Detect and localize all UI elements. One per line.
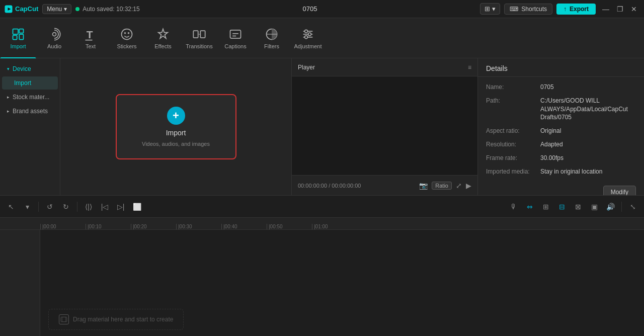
toolbar-transitions-label: Transitions [186, 43, 212, 49]
keyboard-icon: ⌨ [510, 6, 518, 13]
import-area-wrap: + Import Videos, audios, and images [60, 58, 291, 195]
resolution-value: Adapted [540, 140, 636, 149]
sidebar-item-brand[interactable]: ▸ Brand assets [2, 105, 58, 118]
modify-button[interactable]: Modify [603, 186, 636, 195]
svg-point-24 [305, 30, 308, 33]
ruler-mark-5: |00:50 [267, 224, 312, 229]
svg-marker-12 [158, 29, 168, 38]
right-panel: Details Name: 0705 Path: C:/Users/GOOD W… [478, 58, 644, 195]
trim-right-button[interactable]: ▷| [114, 200, 128, 214]
path-label: Path: [486, 97, 536, 104]
layout-icon: ⊞ [485, 5, 490, 13]
import-label: Import [166, 129, 186, 137]
svg-rect-27 [61, 317, 67, 321]
toolbar-filters-label: Filters [264, 43, 279, 49]
main-toolbar: Import Audio T Text [0, 18, 644, 58]
export-button[interactable]: ↑ Export [556, 4, 596, 15]
fullscreen-button[interactable]: ⤢ [456, 182, 462, 190]
toolbar-adjustment-label: Adjustment [294, 43, 321, 49]
audio-btn2[interactable]: 🔊 [603, 200, 617, 214]
path-value: C:/Users/GOOD WILL ALWAYS/AppData/Local/… [540, 97, 636, 122]
preview-button[interactable]: ▣ [587, 200, 601, 214]
detail-aspect-row: Aspect ratio: Original [486, 127, 636, 135]
ruler-mark-4: |00:40 [221, 224, 267, 229]
chevron-down-icon: ▾ [64, 6, 67, 13]
player-controls: 00:00:00:00 / 00:00:00:00 📷 Ratio ⤢ ▶ [292, 175, 477, 195]
magnetic-button[interactable]: ⊟ [555, 200, 569, 214]
toolbar-item-audio[interactable]: Audio [36, 18, 72, 58]
details-title: Details [486, 64, 508, 72]
svg-rect-13 [193, 31, 198, 38]
captions-icon [228, 27, 243, 41]
snap-button[interactable]: ⊞ [539, 200, 553, 214]
toolbar-item-import[interactable]: Import [0, 18, 36, 58]
details-header: Details [478, 58, 644, 77]
detail-resolution-row: Resolution: Adapted [486, 140, 636, 149]
filters-icon [265, 27, 279, 41]
player-title: Player [298, 64, 315, 71]
svg-rect-3 [19, 29, 23, 33]
import-plus-button[interactable]: + [167, 107, 185, 125]
player-area: Player ≡ 00:00:00:00 / 00:00:00:00 📷 Rat… [292, 58, 478, 195]
svg-point-6 [53, 32, 56, 36]
ruler-mark-3: |00:30 [176, 224, 221, 229]
toolbar-effects-label: Effects [154, 43, 171, 49]
toolbar-item-adjustment[interactable]: Adjustment [290, 18, 326, 58]
sidebar-item-stock[interactable]: ▸ Stock mater... [2, 91, 58, 104]
align-button[interactable]: ⊠ [571, 200, 585, 214]
toolbar-import-label: Import [10, 43, 26, 49]
film-icon [59, 314, 69, 324]
svg-rect-16 [230, 30, 241, 38]
ruler-marks: |00:00 |00:10 |00:20 |00:30 |00:40 |00:5… [40, 224, 604, 229]
redo-button[interactable]: ↻ [59, 200, 73, 214]
toolbar-separator-1 [38, 202, 39, 212]
mic-button[interactable]: 🎙 [507, 200, 521, 214]
topbar: CapCut Menu ▾ Auto saved: 10:32:15 0705 … [0, 0, 644, 18]
timeline-toolbar: ↖ ▾ ↺ ↻ ⟨|⟩ |◁ ▷| ⬜ 🎙 ⇔ ⊞ ⊟ ⊠ ▣ 🔊 ⤡ [0, 196, 644, 218]
toolbar-item-filters[interactable]: Filters [254, 18, 290, 58]
import-dropzone[interactable]: + Import Videos, audios, and images [116, 94, 236, 159]
zoom-fit-button[interactable]: ⤡ [626, 200, 640, 214]
timeline-area: ↖ ▾ ↺ ↻ ⟨|⟩ |◁ ▷| ⬜ 🎙 ⇔ ⊞ ⊟ ⊠ ▣ 🔊 ⤡ |00:… [0, 195, 644, 336]
imported-value: Stay in original location [540, 167, 636, 176]
sidebar-item-device[interactable]: ▾ Device [2, 62, 58, 75]
shortcuts-button[interactable]: ⌨ Shortcuts [504, 4, 552, 15]
app-logo: CapCut [4, 5, 38, 14]
sidebar-item-import[interactable]: Import [2, 76, 58, 90]
menu-button[interactable]: Menu ▾ [42, 4, 71, 14]
toolbar-item-transitions[interactable]: Transitions [181, 18, 217, 58]
delete-button[interactable]: ⬜ [130, 200, 144, 214]
split-button[interactable]: ⟨|⟩ [82, 200, 96, 214]
toolbar-item-stickers[interactable]: Stickers [109, 18, 145, 58]
details-body: Name: 0705 Path: C:/Users/GOOD WILL ALWA… [478, 77, 644, 182]
detail-name-row: Name: 0705 [486, 83, 636, 92]
ratio-button[interactable]: Ratio [432, 182, 452, 190]
close-button[interactable]: ✕ [628, 3, 640, 15]
screenshot-button[interactable]: 📷 [419, 182, 428, 190]
trim-left-button[interactable]: |◁ [98, 200, 112, 214]
track-content: Drag material here and start to create [40, 230, 644, 336]
toolbar-item-effects[interactable]: Effects [145, 18, 181, 58]
aspect-value: Original [540, 127, 636, 135]
minimize-button[interactable]: — [600, 3, 612, 15]
transitions-icon [192, 27, 206, 41]
svg-point-25 [308, 33, 311, 36]
drag-hint-text: Drag material here and start to create [73, 316, 173, 323]
svg-rect-5 [19, 34, 23, 40]
link-button[interactable]: ⇔ [523, 200, 537, 214]
undo-button[interactable]: ↺ [43, 200, 57, 214]
name-label: Name: [486, 83, 536, 91]
imported-label: Imported media: [486, 167, 536, 175]
toolbar-item-captions[interactable]: Captions [217, 18, 254, 58]
select-tool-button[interactable]: ↖ [4, 200, 18, 214]
player-header: Player ≡ [292, 58, 477, 76]
detail-framerate-row: Frame rate: 30.00fps [486, 154, 636, 162]
main-track: Drag material here and start to create [40, 230, 644, 336]
left-panel: ▾ Device Import ▸ Stock mater... ▸ Brand… [0, 58, 292, 195]
layout-button[interactable]: ⊞ ▾ [480, 3, 500, 15]
toolbar-item-text[interactable]: T Text [72, 18, 109, 58]
play-button[interactable]: ▶ [466, 182, 471, 190]
maximize-button[interactable]: ❐ [614, 3, 626, 15]
player-menu-icon[interactable]: ≡ [468, 64, 471, 71]
select-dropdown-button[interactable]: ▾ [20, 200, 34, 214]
